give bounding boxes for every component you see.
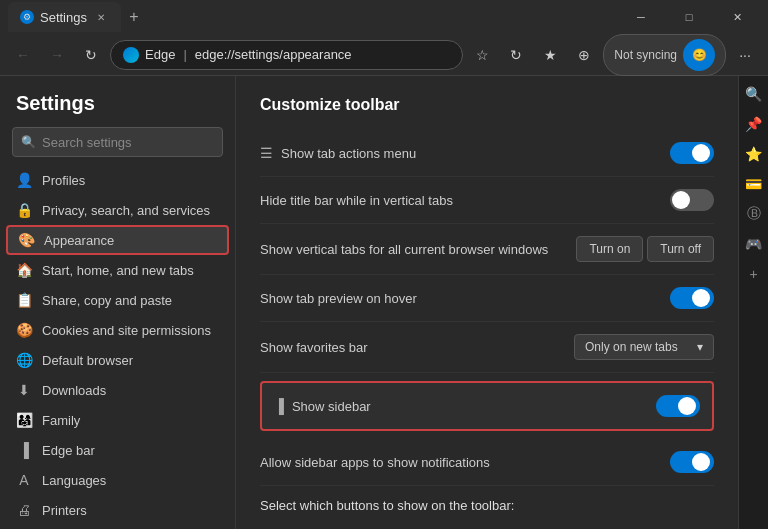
edge-favicon: [123, 47, 139, 63]
rp-games-icon[interactable]: 🎮: [740, 230, 768, 258]
sidebar-setting-icon: ▐: [274, 398, 284, 414]
rp-pin-icon[interactable]: 📌: [740, 110, 768, 138]
sidebar-item-appearance[interactable]: 🎨 Appearance: [6, 225, 229, 255]
favorites-bar-row: Show favorites bar Only on new tabs ▾: [260, 322, 714, 373]
rp-search-icon[interactable]: 🔍: [740, 80, 768, 108]
more-button[interactable]: ···: [730, 40, 760, 70]
profile-avatar[interactable]: 😊: [683, 39, 715, 71]
sidebar-item-label: Languages: [42, 473, 106, 488]
refresh-icon[interactable]: ↻: [501, 40, 531, 70]
tab-label: Settings: [40, 10, 87, 25]
tab-preview-label: Show tab preview on hover: [260, 291, 417, 306]
sidebar-item-label: Privacy, search, and services: [42, 203, 210, 218]
rp-wallet-icon[interactable]: 💳: [740, 170, 768, 198]
url-text: edge://settings/appearance: [195, 47, 352, 62]
vertical-tabs-row: Show vertical tabs for all current brows…: [260, 224, 714, 275]
active-tab[interactable]: ⚙ Settings ✕: [8, 2, 121, 32]
sidebar-item-share[interactable]: 📋 Share, copy and paste: [0, 285, 235, 315]
sidebar-item-profiles[interactable]: 👤 Profiles: [0, 165, 235, 195]
title-bar-label: Hide title bar while in vertical tabs: [260, 193, 453, 208]
sidebar-item-label: Profiles: [42, 173, 85, 188]
minimize-button[interactable]: ─: [618, 2, 664, 32]
cookies-icon: 🍪: [16, 322, 32, 338]
sidebar-item-label: Cookies and site permissions: [42, 323, 211, 338]
sidebar-item-label: Default browser: [42, 353, 133, 368]
tab-favicon: ⚙: [20, 10, 34, 24]
rp-add-icon[interactable]: +: [740, 260, 768, 288]
title-bar-row: Hide title bar while in vertical tabs: [260, 177, 714, 224]
sidebar-item-family[interactable]: 👨‍👩‍👧 Family: [0, 405, 235, 435]
settings-sidebar: Settings 🔍 Search settings 👤 Profiles 🔒 …: [0, 76, 235, 529]
refresh-button[interactable]: ↻: [76, 40, 106, 70]
not-syncing-label: Not syncing: [614, 48, 677, 62]
allow-sidebar-toggle[interactable]: [670, 451, 714, 473]
right-panel: 🔍 📌 ⭐ 💳 Ⓑ 🎮 +: [738, 76, 768, 529]
profile-icon-btn[interactable]: ★: [535, 40, 565, 70]
edge-label: Edge: [145, 47, 175, 62]
section-title: Customize toolbar: [260, 96, 714, 114]
home-button-row: 🏠 Home button Set button URL: [260, 517, 714, 529]
turn-on-button[interactable]: Turn on: [576, 236, 643, 262]
sidebar-item-label: Printers: [42, 503, 87, 518]
sidebar-item-label: Appearance: [44, 233, 114, 248]
buttons-section-header: Select which buttons to show on the tool…: [260, 486, 714, 517]
tab-preview-row: Show tab preview on hover: [260, 275, 714, 322]
sidebar-item-system[interactable]: 💻 System and performance: [0, 525, 235, 529]
sidebar-item-label: Edge bar: [42, 443, 95, 458]
sidebar-item-label: Start, home, and new tabs: [42, 263, 194, 278]
title-bar: ⚙ Settings ✕ + ─ □ ✕: [0, 0, 768, 34]
sidebar-item-label: Share, copy and paste: [42, 293, 172, 308]
printers-icon: 🖨: [16, 502, 32, 518]
rp-collections-icon[interactable]: ⭐: [740, 140, 768, 168]
sidebar-item-privacy[interactable]: 🔒 Privacy, search, and services: [0, 195, 235, 225]
address-input[interactable]: Edge | edge://settings/appearance: [110, 40, 463, 70]
privacy-icon: 🔒: [16, 202, 32, 218]
tab-actions-toggle[interactable]: [670, 142, 714, 164]
browser-icon: 🌐: [16, 352, 32, 368]
home-icon: 🏠: [16, 262, 32, 278]
collections-icon[interactable]: ⊕: [569, 40, 599, 70]
vertical-tabs-label: Show vertical tabs for all current brows…: [260, 242, 548, 257]
tab-actions-row: ☰ Show tab actions menu: [260, 130, 714, 177]
sidebar-item-default-browser[interactable]: 🌐 Default browser: [0, 345, 235, 375]
profiles-icon: 👤: [16, 172, 32, 188]
settings-content: Customize toolbar ☰ Show tab actions men…: [235, 76, 738, 529]
sidebar-item-cookies[interactable]: 🍪 Cookies and site permissions: [0, 315, 235, 345]
close-button[interactable]: ✕: [714, 2, 760, 32]
tab-actions-label: Show tab actions menu: [281, 146, 416, 161]
favorites-icon[interactable]: ☆: [467, 40, 497, 70]
sidebar-item-downloads[interactable]: ⬇ Downloads: [0, 375, 235, 405]
show-sidebar-row: ▐ Show sidebar: [260, 381, 714, 431]
new-tab-button[interactable]: +: [121, 4, 147, 30]
back-button[interactable]: ←: [8, 40, 38, 70]
sidebar-item-edge-bar[interactable]: ▐ Edge bar: [0, 435, 235, 465]
sidebar-item-start-home[interactable]: 🏠 Start, home, and new tabs: [0, 255, 235, 285]
search-box[interactable]: 🔍 Search settings: [12, 127, 223, 157]
title-bar-toggle[interactable]: [670, 189, 714, 211]
main-content: Settings 🔍 Search settings 👤 Profiles 🔒 …: [0, 76, 768, 529]
family-icon: 👨‍👩‍👧: [16, 412, 32, 428]
forward-button-nav[interactable]: →: [42, 40, 72, 70]
favorites-bar-label: Show favorites bar: [260, 340, 368, 355]
not-syncing-button[interactable]: Not syncing 😊: [603, 34, 726, 76]
tab-preview-toggle[interactable]: [670, 287, 714, 309]
tab-close-button[interactable]: ✕: [93, 9, 109, 25]
sidebar-item-languages[interactable]: A Languages: [0, 465, 235, 495]
share-icon: 📋: [16, 292, 32, 308]
show-sidebar-toggle[interactable]: [656, 395, 700, 417]
rp-bing-icon[interactable]: Ⓑ: [740, 200, 768, 228]
vertical-tabs-buttons: Turn on Turn off: [576, 236, 714, 262]
downloads-icon: ⬇: [16, 382, 32, 398]
edge-bar-icon: ▐: [16, 442, 32, 458]
address-bar: ← → ↻ Edge | edge://settings/appearance …: [0, 34, 768, 76]
settings-title: Settings: [0, 84, 235, 127]
window-controls: ─ □ ✕: [618, 2, 760, 32]
maximize-button[interactable]: □: [666, 2, 712, 32]
favorites-bar-dropdown[interactable]: Only on new tabs ▾: [574, 334, 714, 360]
favorites-bar-value: Only on new tabs: [585, 340, 678, 354]
allow-sidebar-label: Allow sidebar apps to show notifications: [260, 455, 490, 470]
search-icon: 🔍: [21, 135, 36, 149]
search-input[interactable]: Search settings: [42, 135, 132, 150]
turn-off-button[interactable]: Turn off: [647, 236, 714, 262]
sidebar-item-printers[interactable]: 🖨 Printers: [0, 495, 235, 525]
